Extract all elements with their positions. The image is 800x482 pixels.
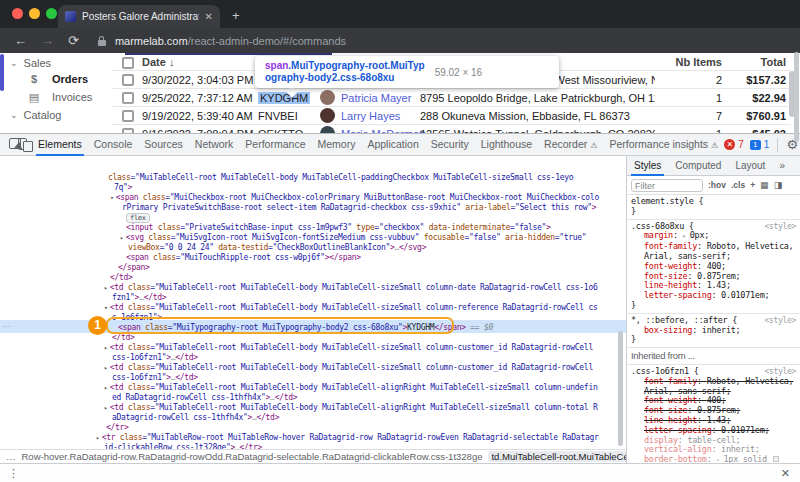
dom-tree-node[interactable]: ▸<td class="MuiTableCell-root MuiTableCe… bbox=[104, 383, 597, 393]
dom-tree-node[interactable]: ▸<svg class="MuiSvgIcon-root MuiSvgIcon-… bbox=[120, 233, 586, 243]
dom-tree-node[interactable]: css-1o6fzn1">…</td> bbox=[112, 373, 198, 383]
styles-filter-input[interactable]: Filter bbox=[631, 179, 703, 192]
dom-tree-node[interactable]: ▸<td class="MuiTableCell-root MuiTableCe… bbox=[104, 403, 597, 413]
dom-tree-scrollbar[interactable] bbox=[618, 331, 623, 446]
dom-tree-node[interactable]: flex bbox=[126, 213, 150, 223]
css-property[interactable]: letter-spacing: 0.01071em; bbox=[631, 291, 796, 301]
devtools-tab-elements[interactable]: Elements bbox=[32, 134, 88, 156]
css-property[interactable]: box-sizing: inherit; bbox=[631, 326, 796, 336]
devtools-tab-performance[interactable]: Performance bbox=[239, 134, 311, 156]
computed-sidebar-icon[interactable]: ◨ bbox=[774, 180, 783, 190]
devtools-toolbar: ElementsConsoleSourcesNetworkPerformance… bbox=[0, 134, 800, 156]
css-property[interactable]: font-family: Roboto, Helvetica, Arial, s… bbox=[631, 242, 796, 262]
traffic-light-minimize-icon[interactable] bbox=[29, 8, 40, 19]
dom-tree-node[interactable]: class="MuiTableCell-root MuiTableCell-bo… bbox=[108, 173, 573, 183]
new-tab-icon[interactable]: + bbox=[232, 8, 240, 23]
table-row[interactable]: 9/25/2022, 7:37:12 AMKYDGHMPatricia Maye… bbox=[0, 89, 800, 107]
new-rule-button[interactable]: + bbox=[750, 180, 755, 190]
back-icon[interactable]: ← bbox=[14, 33, 27, 48]
dom-tree-node[interactable]: </span> bbox=[118, 263, 150, 273]
dom-tree-node[interactable]: ▾<span class="MuiCheckbox-root MuiCheckb… bbox=[110, 193, 599, 203]
gutter-dots[interactable]: … bbox=[2, 319, 11, 329]
row-checkbox[interactable] bbox=[122, 74, 134, 86]
styles-tab-styles[interactable]: Styles bbox=[627, 156, 668, 176]
message-badge-icon[interactable]: 1 bbox=[750, 140, 761, 150]
dom-tree-node[interactable]: ▸<td class="MuiTableCell-root MuiTableCe… bbox=[104, 363, 593, 373]
dom-tree-node[interactable]: </td> bbox=[110, 273, 133, 283]
error-badge-icon[interactable]: ✕ bbox=[724, 139, 735, 150]
devtools-tab-lighthouse[interactable]: Lighthouse bbox=[475, 134, 538, 156]
dom-tree-node[interactable]: ed RaDatagrid-rowCell css-1thfh4x">…</td… bbox=[112, 393, 297, 403]
dom-tree-node[interactable]: viewBox="0 0 24 24" data-testid="CheckBo… bbox=[128, 243, 426, 253]
col-header-nb-items[interactable]: Nb Items bbox=[660, 56, 722, 68]
close-drawer-icon[interactable]: ✕ bbox=[781, 467, 790, 480]
dom-tree-node[interactable]: rPrimary PrivateSwitchBase-root select-i… bbox=[122, 203, 596, 213]
forward-icon[interactable]: → bbox=[41, 33, 54, 48]
dom-tree-node[interactable]: ▸<td class="MuiTableCell-root MuiTableCe… bbox=[104, 343, 593, 353]
table-row[interactable]: 9/19/2022, 5:39:40 AMFNVBEILarry Hayes28… bbox=[0, 107, 800, 125]
dom-tree-node[interactable]: </tr> bbox=[106, 423, 129, 433]
sidebar-item-label: Sales bbox=[24, 57, 52, 69]
dom-tree-node[interactable]: <span class="MuiTouchRipple-root css-w0p… bbox=[126, 253, 361, 263]
customer-link[interactable]: Larry Hayes bbox=[341, 110, 400, 122]
traffic-light-close-icon[interactable] bbox=[12, 8, 23, 19]
css-property[interactable]: font-family: Roboto, Helvetica, Arial, s… bbox=[631, 377, 796, 397]
stylesheet-link[interactable]: <style> bbox=[764, 222, 796, 232]
devtools-tab-sources[interactable]: Sources bbox=[138, 134, 189, 156]
dom-tree-node[interactable]: 7q"> bbox=[114, 183, 132, 193]
elements-dom-tree: … class="MuiTableCell-root MuiTableCell-… bbox=[0, 156, 626, 449]
experiment-icon: ⚠ bbox=[711, 135, 718, 156]
breadcrumb-item[interactable]: Row-hover.RaDatagrid-row.RaDatagrid-rowO… bbox=[22, 451, 483, 462]
select-all-checkbox[interactable] bbox=[122, 57, 134, 69]
styles-tab-computed[interactable]: Computed bbox=[668, 156, 728, 176]
col-header-total[interactable]: Total bbox=[716, 56, 786, 68]
col-header-date[interactable]: Date ↓ bbox=[142, 56, 174, 68]
css-property[interactable]: border-bottom: ▸ 1px solid rgb(224, 224,… bbox=[631, 455, 796, 463]
devtools-tab-security[interactable]: Security bbox=[425, 134, 475, 156]
breadcrumb-item[interactable]: … bbox=[6, 451, 16, 462]
grid-icon[interactable]: ▦ bbox=[760, 180, 769, 190]
devtools-tab-console[interactable]: Console bbox=[88, 134, 139, 156]
row-checkbox[interactable] bbox=[122, 110, 134, 122]
breadcrumb-item[interactable]: td.MuiTableCell-root.MuiTableCell-body.M… bbox=[488, 451, 626, 462]
url-bar[interactable]: marmelab.com/react-admin-demo/#/commands bbox=[115, 35, 346, 47]
traffic-light-zoom-icon[interactable] bbox=[46, 8, 57, 19]
tab-close-icon[interactable]: ✕ bbox=[205, 11, 213, 22]
dom-tree-node[interactable]: fzn1">…</td> bbox=[112, 293, 166, 303]
devtools-tab-performance-insights[interactable]: Performance insights⚠ bbox=[603, 134, 724, 156]
css-rule: *, ::before, ::after {<style>box-sizing:… bbox=[627, 314, 800, 348]
styles-tab-[interactable]: » bbox=[772, 156, 792, 176]
lock-icon[interactable] bbox=[97, 36, 107, 46]
dom-tree-node[interactable]: css-1o6fzn1">…</td> bbox=[112, 353, 198, 363]
order-address: 8795 Leopoldo Bridge, Lake Patrickburgh,… bbox=[420, 92, 655, 104]
dom-tree-node[interactable]: ▸<td class="MuiTableCell-root MuiTableCe… bbox=[104, 283, 597, 293]
css-rule: .css-1o6fzn1 {<style>font-family: Roboto… bbox=[627, 365, 800, 463]
devtools-tab-network[interactable]: Network bbox=[189, 134, 240, 156]
devtools-tab-memory[interactable]: Memory bbox=[311, 134, 361, 156]
dom-tree-node[interactable]: </td> bbox=[112, 333, 135, 343]
avatar bbox=[320, 90, 335, 105]
breadcrumb: …Row-hover.RaDatagrid-row.RaDatagrid-row… bbox=[0, 449, 626, 463]
tab-strip: Posters Galore Administration ✕ + bbox=[0, 0, 800, 28]
dom-tree-node[interactable]: ▸<tr class="MuiTableRow-root MuiTableRow… bbox=[96, 433, 598, 443]
table-row[interactable]: 9/16/2022, 7:08:04 PMQEKTTQMarie McDermo… bbox=[0, 125, 800, 133]
drawer-menu-icon[interactable]: ⋮ bbox=[8, 467, 19, 480]
styles-scrollbar[interactable] bbox=[794, 52, 799, 142]
customer-link[interactable]: Patricia Mayer bbox=[341, 92, 411, 104]
stylesheet-link[interactable]: <style> bbox=[764, 316, 796, 326]
dom-tree-node[interactable]: <input class="PrivateSwitchBase-input cs… bbox=[126, 223, 551, 233]
reload-icon[interactable]: ⟳ bbox=[68, 33, 79, 48]
order-address: 288 Okuneva Mission, Ebbaside, FL 86373 bbox=[420, 110, 655, 122]
css-selector[interactable]: element.style { bbox=[631, 197, 796, 207]
styles-tab-layout[interactable]: Layout bbox=[728, 156, 772, 176]
hover-state-toggle[interactable]: :hov bbox=[708, 180, 726, 190]
order-nb-items: 7 bbox=[660, 110, 722, 122]
browser-tab[interactable]: Posters Galore Administration ✕ bbox=[58, 5, 220, 28]
class-toggle[interactable]: .cls bbox=[731, 180, 745, 190]
sidebar-item-sales[interactable]: ⌄Sales bbox=[0, 55, 110, 71]
row-checkbox[interactable] bbox=[122, 92, 134, 104]
devtools-tab-application[interactable]: Application bbox=[361, 134, 424, 156]
dom-tree-node[interactable]: ▾<td class="MuiTableCell-root MuiTableCe… bbox=[104, 303, 597, 313]
devtools-tab-recorder[interactable]: Recorder⚠ bbox=[538, 134, 603, 156]
dom-tree-node[interactable]: aDatagrid-rowCell css-1thfh4x">…</td> bbox=[112, 413, 279, 423]
